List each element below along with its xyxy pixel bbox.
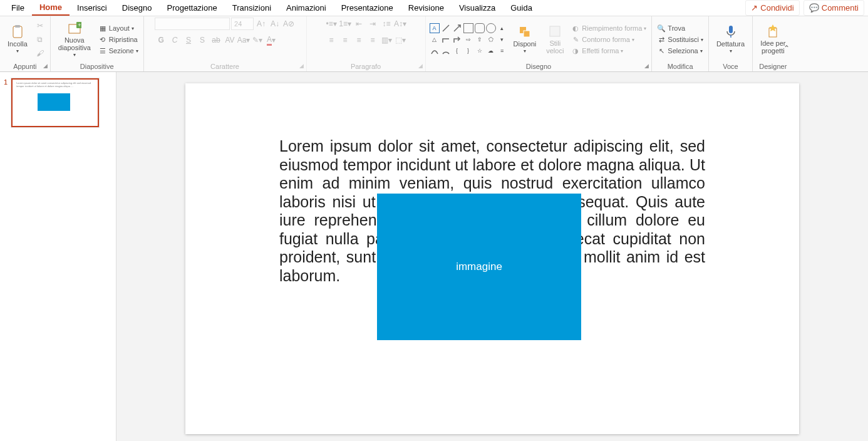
shape-outline-button[interactable]: ✎Contorno forma▾	[570, 34, 648, 44]
tab-animazioni[interactable]: Animazioni	[279, 1, 334, 15]
tab-file[interactable]: File	[4, 1, 32, 15]
design-ideas-button[interactable]: Idee per progetti	[757, 18, 789, 61]
brace-left-icon[interactable]: {	[452, 46, 462, 56]
paste-button[interactable]: Incolla ▾	[4, 18, 31, 61]
up-arrow-shape-icon[interactable]: ⇧	[475, 34, 485, 44]
clear-format-button[interactable]: A⊘	[282, 18, 295, 30]
shapes-more-icon[interactable]: ≡	[497, 46, 507, 56]
font-size-select[interactable]: 24	[231, 18, 254, 30]
align-right-button[interactable]: ≡	[353, 34, 365, 46]
group-label-diapositive: Diapositive	[80, 61, 114, 71]
pentagon-shape-icon[interactable]: ⬠	[486, 34, 496, 44]
tab-progettazione[interactable]: Progettazione	[159, 1, 224, 15]
dialog-launcher-paragrafo[interactable]: ◢	[418, 63, 423, 69]
new-slide-label: Nuova diapositiva	[58, 36, 91, 51]
elbow-connector-icon[interactable]	[441, 34, 451, 44]
tab-disegno[interactable]: Disegno	[115, 1, 160, 15]
rounded-rect-shape-icon[interactable]	[475, 23, 485, 33]
underline-button[interactable]: S	[182, 34, 195, 46]
group-voce: Dettatura▾ Voce	[709, 16, 753, 71]
change-case-button[interactable]: Aa▾	[237, 34, 250, 46]
slide-image-placeholder[interactable]: immagine	[377, 194, 581, 340]
right-arrow-shape-icon[interactable]: ⇨	[463, 34, 473, 44]
increase-indent-button[interactable]: ⇥	[366, 18, 379, 30]
text-direction-button[interactable]: A↕▾	[394, 18, 406, 30]
slide-canvas-area[interactable]: Lorem ipsum dolor sit amet, consectetur …	[116, 72, 868, 441]
new-slide-button[interactable]: + Nuova diapositiva ▾	[54, 18, 95, 61]
line-spacing-button[interactable]: ↕≡	[380, 18, 393, 30]
group-modifica: 🔍Trova ⇄Sostituisci▾ ↖Seleziona▾ Modific…	[652, 16, 709, 71]
star-shape-icon[interactable]: ☆	[475, 46, 485, 56]
shapes-scroll-up-icon[interactable]: ▴	[497, 23, 507, 33]
tab-visualizza[interactable]: Visualizza	[452, 1, 503, 15]
tab-transizioni[interactable]: Transizioni	[225, 1, 279, 15]
tab-home[interactable]: Home	[32, 0, 70, 16]
strike-button[interactable]: ab	[210, 34, 222, 46]
svg-rect-9	[550, 26, 560, 36]
rectangle-shape-icon[interactable]	[463, 23, 473, 33]
align-center-button[interactable]: ≡	[339, 34, 351, 46]
quick-styles-button[interactable]: Stili veloci	[542, 18, 567, 61]
section-button[interactable]: ☰Sezione▾	[97, 46, 140, 56]
dialog-launcher-disegno[interactable]: ◢	[644, 63, 649, 69]
arrange-button[interactable]: Disponi▾	[510, 18, 540, 61]
slide[interactable]: Lorem ipsum dolor sit amet, consectetur …	[185, 83, 799, 434]
columns-button[interactable]: ▥▾	[380, 34, 393, 46]
copy-icon: ⧉	[37, 35, 43, 44]
curve-shape-icon[interactable]	[430, 46, 440, 56]
align-left-button[interactable]: ≡	[325, 34, 338, 46]
arrange-icon	[518, 25, 532, 39]
select-button[interactable]: ↖Seleziona▾	[656, 46, 705, 56]
brace-right-icon[interactable]: }	[463, 46, 473, 56]
triangle-shape-icon[interactable]: △	[430, 34, 440, 44]
shape-fill-button[interactable]: ◐Riempimento forma▾	[570, 23, 648, 33]
smartart-button[interactable]: ⬚▾	[394, 34, 406, 46]
char-spacing-button[interactable]: AV	[224, 34, 236, 46]
collapse-ribbon-button[interactable]: ⌃	[783, 44, 790, 53]
tab-presentazione[interactable]: Presentazione	[334, 1, 401, 15]
brush-icon: 🖌	[36, 49, 44, 58]
cut-button[interactable]: ✂	[34, 19, 46, 32]
bold-button[interactable]: G	[155, 34, 167, 46]
elbow-arrow-icon[interactable]	[452, 34, 462, 44]
font-color-button[interactable]: A▾	[265, 34, 277, 46]
reset-button[interactable]: ⟲Ripristina	[97, 34, 140, 44]
numbering-button[interactable]: 1≡▾	[339, 18, 351, 30]
chevron-down-icon: ▾	[136, 48, 138, 54]
replace-button[interactable]: ⇄Sostituisci▾	[656, 34, 705, 44]
dialog-launcher-carattere[interactable]: ◢	[299, 63, 304, 69]
shape-effects-button[interactable]: ◑Effetti forma▾	[570, 46, 648, 56]
font-family-select[interactable]	[155, 18, 230, 30]
shapes-gallery[interactable]: A ▴ △ ⇨ ⇧ ⬠ ▾ { } ☆ ☁ ≡	[430, 23, 507, 56]
oval-shape-icon[interactable]	[486, 23, 496, 33]
shapes-scroll-down-icon[interactable]: ▾	[497, 34, 507, 44]
cloud-shape-icon[interactable]: ☁	[486, 46, 496, 56]
bullets-button[interactable]: •≡▾	[325, 18, 338, 30]
arc-shape-icon[interactable]	[441, 46, 451, 56]
align-justify-button[interactable]: ≡	[366, 34, 379, 46]
tab-guida[interactable]: Guida	[503, 1, 540, 15]
italic-button[interactable]: C	[168, 34, 181, 46]
increase-font-button[interactable]: A↑	[255, 18, 267, 30]
dialog-launcher-appunti[interactable]: ◢	[43, 63, 48, 69]
svg-text:+: +	[78, 22, 81, 28]
shadow-button[interactable]: S	[196, 34, 209, 46]
copy-button[interactable]: ⧉	[34, 33, 46, 46]
arrow-line-icon[interactable]	[452, 23, 462, 33]
select-label: Seleziona	[668, 47, 698, 54]
decrease-indent-button[interactable]: ⇤	[353, 18, 365, 30]
tab-revisione[interactable]: Revisione	[401, 1, 452, 15]
share-button[interactable]: ↗Condividi	[745, 0, 799, 16]
layout-icon: ▦	[98, 24, 107, 33]
line-shape-icon[interactable]	[441, 23, 451, 33]
format-painter-button[interactable]: 🖌	[34, 47, 46, 60]
decrease-font-button[interactable]: A↓	[269, 18, 281, 30]
find-button[interactable]: 🔍Trova	[656, 23, 705, 33]
slide-thumbnail-1[interactable]: 1 Lorem ipsum dolor sit amet consectetur…	[0, 78, 116, 127]
tab-inserisci[interactable]: Inserisci	[70, 1, 115, 15]
layout-button[interactable]: ▦Layout▾	[97, 23, 140, 33]
textbox-shape-icon[interactable]: A	[430, 23, 440, 33]
dictate-button[interactable]: Dettatura▾	[713, 18, 748, 61]
highlight-button[interactable]: ✎▾	[251, 34, 264, 46]
comments-button[interactable]: 💬Commenti	[803, 0, 864, 16]
